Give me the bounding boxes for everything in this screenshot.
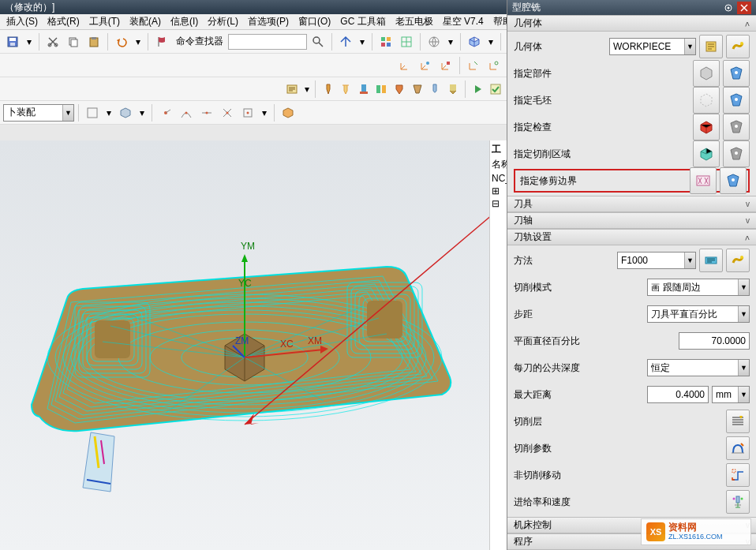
sel2-icon[interactable] xyxy=(116,103,135,122)
section-axis[interactable]: 刀轴v xyxy=(507,212,756,229)
menu-info[interactable]: 信息(I) xyxy=(166,15,203,28)
method-edit-button[interactable] xyxy=(699,249,723,272)
paste-icon[interactable] xyxy=(84,32,103,51)
section-geometry[interactable]: 几何体ʌ xyxy=(507,15,756,32)
tool7-icon[interactable] xyxy=(427,80,443,99)
prog-icon[interactable] xyxy=(284,80,301,99)
svg-text:XC: XC xyxy=(280,339,294,350)
menu-gctoolbox[interactable]: GC 工具箱 xyxy=(335,15,390,28)
sel1-icon[interactable] xyxy=(83,103,102,122)
check-display-button[interactable] xyxy=(723,114,750,140)
geometry-combo[interactable]: WORKPIECE▼ xyxy=(609,38,696,55)
maxdist-unit-combo[interactable]: mm▼ xyxy=(712,386,750,403)
blank-display-button[interactable] xyxy=(723,87,750,114)
cutmode-combo[interactable]: 画跟随周边▼ xyxy=(647,279,750,296)
dropdown-arrow-icon[interactable]: ▾ xyxy=(103,103,114,122)
cut-icon[interactable] xyxy=(43,32,62,51)
pt3-icon[interactable] xyxy=(197,103,216,122)
cutarea-display-button[interactable] xyxy=(723,140,750,167)
menu-insert[interactable]: 插入(S) xyxy=(2,15,43,28)
dropdown-arrow-icon[interactable]: ▾ xyxy=(133,32,144,51)
dropdown-arrow-icon[interactable]: ▾ xyxy=(357,32,368,51)
settings-icon[interactable] xyxy=(721,2,735,14)
pt4-icon[interactable] xyxy=(218,103,237,122)
grid2-icon[interactable] xyxy=(397,32,416,51)
trim-select-button[interactable] xyxy=(690,167,717,194)
tool1-icon[interactable] xyxy=(320,80,336,99)
nav-icon[interactable] xyxy=(336,32,355,51)
dropdown-arrow-icon[interactable]: ▾ xyxy=(445,32,456,51)
copy-icon[interactable] xyxy=(64,32,83,51)
step-combo[interactable]: 刀具平直百分比▼ xyxy=(647,305,750,323)
svg-point-19 xyxy=(495,62,498,65)
menu-analysis[interactable]: 分析(L) xyxy=(203,15,243,28)
new-geom-button[interactable] xyxy=(726,35,750,58)
section-tool[interactable]: 刀具v xyxy=(507,196,756,212)
menu-laowu[interactable]: 老五电极 xyxy=(391,15,438,28)
dropdown-arrow-icon[interactable]: ▾ xyxy=(137,103,148,122)
tool6-icon[interactable] xyxy=(409,80,425,99)
dropdown-arrow-icon[interactable]: ▾ xyxy=(485,32,496,51)
tree-collapse-icon[interactable]: ⊟ xyxy=(490,197,507,210)
menu-window[interactable]: 窗口(O) xyxy=(294,15,335,28)
tool2-icon[interactable] xyxy=(338,80,354,99)
method-new-button[interactable] xyxy=(726,249,750,272)
menu-tools[interactable]: 工具(T) xyxy=(84,15,125,28)
csys3-icon[interactable] xyxy=(436,56,455,75)
pt2-icon[interactable] xyxy=(177,103,196,122)
play-icon[interactable] xyxy=(470,80,486,99)
dropdown-arrow-icon[interactable]: ▾ xyxy=(259,103,270,122)
menu-xingkong[interactable]: 星空 V7.4 xyxy=(438,15,488,28)
tree-expand-icon[interactable]: ⊞ xyxy=(490,185,507,197)
blank-select-button[interactable] xyxy=(693,87,720,114)
check-select-button[interactable] xyxy=(693,114,720,140)
cube-icon[interactable] xyxy=(465,32,484,51)
trim-display-button[interactable] xyxy=(720,167,747,194)
menu-assembly[interactable]: 装配(A) xyxy=(125,15,166,28)
viewport-3d[interactable]: YM YC XM XC ZM xyxy=(0,140,489,550)
globe-icon[interactable] xyxy=(425,32,443,51)
separator xyxy=(465,80,466,98)
cutparam-button[interactable] xyxy=(726,436,750,460)
dropdown-arrow-icon[interactable]: ▾ xyxy=(24,32,35,51)
menu-format[interactable]: 格式(R) xyxy=(43,15,84,28)
dropdown-arrow-icon[interactable]: ▾ xyxy=(302,80,312,99)
maxdist-input[interactable] xyxy=(647,386,709,403)
tool5-icon[interactable] xyxy=(391,80,408,99)
pt1-icon[interactable] xyxy=(156,103,175,122)
tool3-icon[interactable] xyxy=(355,80,372,99)
feed-button[interactable] xyxy=(726,490,750,514)
part-display-button[interactable] xyxy=(723,60,750,87)
save-icon[interactable] xyxy=(3,32,22,51)
undo-icon[interactable] xyxy=(112,32,131,51)
pct-input[interactable] xyxy=(679,332,750,350)
cutlayer-button[interactable] xyxy=(726,410,750,433)
method-combo[interactable]: F1000▼ xyxy=(617,252,696,269)
cutarea-select-button[interactable] xyxy=(693,140,720,167)
csys1-icon[interactable] xyxy=(395,56,414,75)
csys4-icon[interactable] xyxy=(464,56,483,75)
noncut-button[interactable] xyxy=(726,463,750,487)
cube2-icon[interactable] xyxy=(279,103,298,122)
csys2-icon[interactable] xyxy=(416,56,435,75)
depth-combo[interactable]: 恒定▼ xyxy=(647,359,750,376)
close-icon[interactable] xyxy=(737,2,751,14)
operation-tree[interactable]: 工 名称 NC_ ⊞ ⊟ xyxy=(489,140,507,550)
tool4-icon[interactable] xyxy=(373,80,390,99)
part-select-button[interactable] xyxy=(693,60,720,87)
section-axis-label: 刀轴 xyxy=(514,214,533,227)
pt5-icon[interactable] xyxy=(238,103,257,122)
separator xyxy=(420,33,421,51)
csys5-icon[interactable] xyxy=(485,56,503,75)
assembly-combo[interactable]: 卜装配▼ xyxy=(3,104,74,122)
section-path[interactable]: 刀轨设置ʌ xyxy=(507,229,756,245)
tree-node[interactable]: NC_ xyxy=(490,172,507,185)
command-finder-input[interactable] xyxy=(228,34,307,50)
menu-prefs[interactable]: 首选项(P) xyxy=(243,15,294,28)
flag-icon[interactable] xyxy=(152,32,171,51)
edit-geom-button[interactable] xyxy=(699,35,723,58)
search-icon[interactable] xyxy=(309,32,327,51)
tool8-icon[interactable] xyxy=(444,80,461,99)
verify-icon[interactable] xyxy=(487,80,503,99)
grid1-icon[interactable] xyxy=(376,32,395,51)
